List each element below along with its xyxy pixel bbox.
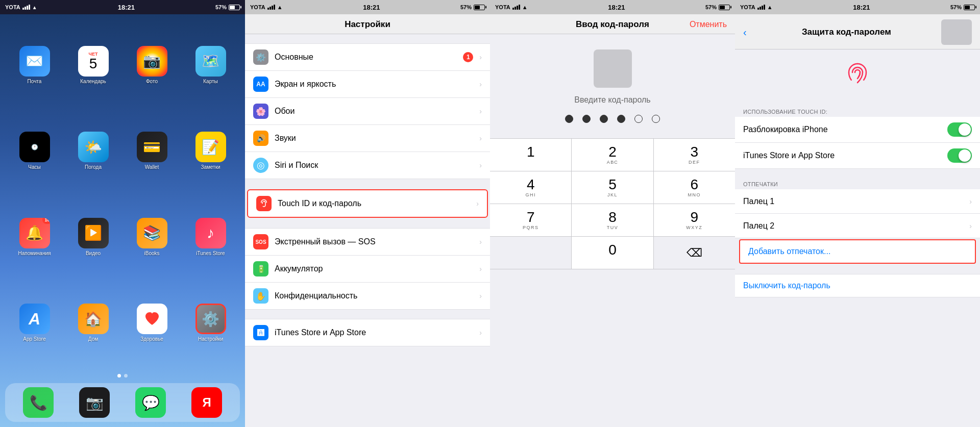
signal-touchid xyxy=(757,5,765,10)
t-bar2 xyxy=(760,7,761,10)
app-clock-label: Часы xyxy=(28,164,40,170)
numkey-4[interactable]: 4 GHI xyxy=(490,171,571,204)
dock-whatsapp[interactable]: 💬 xyxy=(135,387,166,418)
numkey-8[interactable]: 8 TUV xyxy=(572,204,653,236)
settings-icon-display: AA xyxy=(253,77,268,92)
dock-yandex[interactable]: Я xyxy=(191,387,222,418)
numkey-3[interactable]: 3 DEF xyxy=(654,139,735,171)
toggle-unlock-label: Разблокировка iPhone xyxy=(743,125,941,134)
numkey-delete[interactable]: ⌫ xyxy=(654,237,735,269)
settings-icon-touchid xyxy=(256,196,272,211)
app-wallet[interactable]: 💳 Wallet xyxy=(122,108,181,194)
finger-1-label: Палец 1 xyxy=(743,197,969,206)
s-bar3 xyxy=(272,6,273,10)
settings-item-siri[interactable]: ◎ Siri и Поиск › xyxy=(245,152,490,179)
app-notes[interactable]: 📝 Заметки xyxy=(181,108,240,194)
app-calendar[interactable]: ЧЕТ 5 Календарь xyxy=(64,22,122,108)
status-right-settings: 57% xyxy=(460,4,485,10)
app-clock[interactable]: 🕐 Часы xyxy=(5,108,64,194)
finger-2-chevron: › xyxy=(969,222,972,230)
settings-item-battery[interactable]: 🔋 Аккумулятор › xyxy=(245,256,490,283)
settings-item-itunes[interactable]: 🅰 iTunes Store и App Store › xyxy=(245,319,490,346)
settings-badge-general: 1 xyxy=(463,52,473,62)
add-fingerprint-button[interactable]: Добавить отпечаток... xyxy=(739,239,976,264)
finger-1[interactable]: Палец 1 › xyxy=(735,189,980,214)
app-reminders-badge: 16 xyxy=(42,218,50,224)
app-calendar-icon: ЧЕТ 5 xyxy=(78,46,109,77)
app-photos-icon: 📷 xyxy=(137,46,167,77)
dock-camera-icon: 📷 xyxy=(79,387,110,418)
touchid-body: ИСПОЛЬЗОВАНИЕ TOUCH ID: Разблокировка iP… xyxy=(735,49,980,427)
settings-item-display[interactable]: AA Экран и яркость › xyxy=(245,71,490,98)
passcode-title: Ввод код-пароля xyxy=(576,19,649,30)
carrier-home: YOTA xyxy=(5,4,20,10)
app-video-icon: ▶️ xyxy=(78,218,109,248)
pdot-6 xyxy=(652,115,660,123)
panel-passcode: YOTA ▲ 18:21 57% Отменить Ввод код-парол… xyxy=(490,0,735,427)
app-settings[interactable]: ⚙️ Настройки xyxy=(181,280,240,366)
app-video[interactable]: ▶️ Видео xyxy=(64,194,122,280)
settings-item-touchid[interactable]: Touch ID и код-пароль › xyxy=(247,189,488,218)
status-bar-passcode: YOTA ▲ 18:21 57% xyxy=(490,0,735,14)
numkey-9[interactable]: 9 WXYZ xyxy=(654,204,735,236)
toggle-unlock-switch[interactable] xyxy=(947,122,972,137)
app-photos[interactable]: 📷 Фото xyxy=(122,22,181,108)
battery-pct-touchid: 57% xyxy=(950,4,962,10)
app-maps-label: Карты xyxy=(203,79,218,84)
settings-item-sounds[interactable]: 🔊 Звуки › xyxy=(245,125,490,152)
dot-2 xyxy=(124,374,128,378)
finger-2[interactable]: Палец 2 › xyxy=(735,214,980,238)
app-mail[interactable]: ✉️ Почта xyxy=(5,22,64,108)
home-screen: ✉️ Почта ЧЕТ 5 Календарь 📷 Фото 🗺️ Карты xyxy=(0,14,245,427)
settings-item-privacy[interactable]: ✋ Конфиденциальность › xyxy=(245,283,490,310)
panel-home: YOTA ▲ 18:21 57% ✉️ Почта xyxy=(0,0,245,427)
numkey-5[interactable]: 5 JKL xyxy=(572,171,653,204)
back-button[interactable]: ‹ xyxy=(743,27,747,38)
app-itunes[interactable]: ♪ iTunes Store xyxy=(181,194,240,280)
battery-fill-home xyxy=(230,6,235,9)
settings-item-wallpaper[interactable]: 🌸 Обои › xyxy=(245,98,490,125)
app-ibooks[interactable]: 📚 iBooks xyxy=(122,194,181,280)
app-health[interactable]: Здоровье xyxy=(122,280,181,366)
passcode-body: Введите код-пароль 1 2 АВС xyxy=(490,34,735,427)
t-bar4 xyxy=(764,5,765,10)
app-weather[interactable]: 🌤️ Погода xyxy=(64,108,122,194)
time-touchid: 18:21 xyxy=(853,4,870,11)
app-home[interactable]: 🏠 Дом xyxy=(64,280,122,366)
numkey-6-sub: MNO xyxy=(688,192,701,197)
dock-phone[interactable]: 📞 xyxy=(23,387,54,418)
disable-passcode-label: Выключить код-пароль xyxy=(743,281,830,290)
app-reminders[interactable]: 🔔 16 Напоминания xyxy=(5,194,64,280)
numkey-9-sub: WXYZ xyxy=(686,225,702,230)
passcode-nav: Отменить Ввод код-пароля Отменить xyxy=(490,14,735,34)
numkey-6-main: 6 xyxy=(691,178,699,192)
numkey-0[interactable]: 0 xyxy=(572,237,653,269)
numkey-5-main: 5 xyxy=(608,178,617,192)
settings-item-sos[interactable]: SOS Экстренный вызов — SOS › xyxy=(245,228,490,256)
settings-item-general[interactable]: ⚙️ Основные 1 › xyxy=(245,43,490,71)
app-appstore[interactable]: A App Store xyxy=(5,280,64,366)
numkey-1[interactable]: 1 xyxy=(490,139,571,171)
settings-chevron-touchid: › xyxy=(476,199,479,208)
dock-camera[interactable]: 📷 xyxy=(79,387,110,418)
numkey-2[interactable]: 2 АВС xyxy=(572,139,653,171)
battery-body-touchid xyxy=(964,5,975,10)
time-home: 18:21 xyxy=(118,4,135,11)
numkey-8-main: 8 xyxy=(608,210,617,224)
battery-fill-passcode xyxy=(720,6,725,9)
settings-label-battery: Аккумулятор xyxy=(275,264,473,273)
numkey-7[interactable]: 7 PQRS xyxy=(490,204,571,236)
toggle-itunes-switch[interactable] xyxy=(947,148,972,163)
app-appstore-label: App Store xyxy=(23,336,45,342)
settings-title: Настройки xyxy=(345,19,390,30)
disable-passcode-button[interactable]: Выключить код-пароль xyxy=(735,274,980,297)
app-reminders-label: Напоминания xyxy=(18,250,51,256)
settings-label-privacy: Конфиденциальность xyxy=(275,291,473,300)
numkey-6[interactable]: 6 MNO xyxy=(654,171,735,204)
app-maps[interactable]: 🗺️ Карты xyxy=(181,22,240,108)
status-left-home: YOTA ▲ xyxy=(5,4,37,10)
bar2 xyxy=(24,7,26,10)
status-right-touchid: 57% xyxy=(950,4,975,10)
pdot-5 xyxy=(634,115,643,123)
cancel-button[interactable]: Отменить xyxy=(690,20,727,29)
